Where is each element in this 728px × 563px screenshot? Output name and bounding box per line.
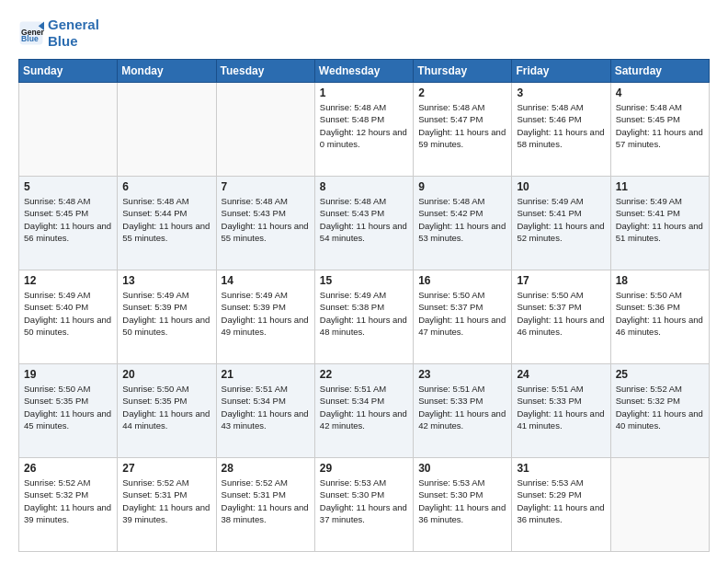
cell-info: Sunrise: 5:49 AMSunset: 5:39 PMDaylight:… [222, 290, 309, 337]
cell-info: Sunrise: 5:53 AMSunset: 5:29 PMDaylight:… [517, 477, 604, 524]
svg-text:Blue: Blue [21, 34, 39, 43]
day-number: 6 [122, 180, 210, 193]
day-number: 30 [418, 462, 506, 475]
cell-info: Sunrise: 5:51 AMSunset: 5:34 PMDaylight:… [222, 384, 309, 431]
calendar-cell: 10Sunrise: 5:49 AMSunset: 5:41 PMDayligh… [512, 177, 610, 270]
cell-info: Sunrise: 5:49 AMSunset: 5:41 PMDaylight:… [517, 196, 604, 243]
cell-info: Sunrise: 5:51 AMSunset: 5:33 PMDaylight:… [517, 384, 604, 431]
cell-info: Sunrise: 5:52 AMSunset: 5:32 PMDaylight:… [24, 477, 111, 524]
cell-info: Sunrise: 5:48 AMSunset: 5:42 PMDaylight:… [418, 196, 506, 243]
cell-info: Sunrise: 5:48 AMSunset: 5:43 PMDaylight:… [222, 196, 309, 243]
logo: General Blue General Blue [18, 17, 99, 50]
weekday-header-monday: Monday [118, 60, 216, 83]
weekday-header-tuesday: Tuesday [216, 60, 314, 83]
cell-info: Sunrise: 5:49 AMSunset: 5:38 PMDaylight:… [320, 290, 407, 337]
calendar-week-row: 5Sunrise: 5:48 AMSunset: 5:45 PMDaylight… [19, 177, 710, 270]
day-number: 20 [122, 368, 210, 381]
calendar-cell: 22Sunrise: 5:51 AMSunset: 5:34 PMDayligh… [314, 364, 413, 458]
calendar-cell: 1Sunrise: 5:48 AMSunset: 5:48 PMDaylight… [314, 83, 413, 177]
cell-info: Sunrise: 5:49 AMSunset: 5:39 PMDaylight:… [122, 290, 210, 337]
cell-info: Sunrise: 5:52 AMSunset: 5:31 PMDaylight:… [122, 477, 210, 524]
cell-info: Sunrise: 5:52 AMSunset: 5:31 PMDaylight:… [222, 477, 309, 524]
calendar-cell: 19Sunrise: 5:50 AMSunset: 5:35 PMDayligh… [19, 364, 118, 458]
calendar-cell: 30Sunrise: 5:53 AMSunset: 5:30 PMDayligh… [414, 458, 512, 552]
calendar-cell [610, 458, 709, 552]
calendar-cell: 26Sunrise: 5:52 AMSunset: 5:32 PMDayligh… [19, 458, 118, 552]
weekday-header-friday: Friday [512, 60, 610, 83]
day-number: 2 [418, 86, 506, 99]
day-number: 17 [517, 274, 605, 287]
calendar-week-row: 19Sunrise: 5:50 AMSunset: 5:35 PMDayligh… [19, 364, 710, 458]
calendar-cell: 2Sunrise: 5:48 AMSunset: 5:47 PMDaylight… [414, 83, 512, 177]
calendar-cell: 18Sunrise: 5:50 AMSunset: 5:36 PMDayligh… [610, 270, 709, 364]
cell-info: Sunrise: 5:50 AMSunset: 5:35 PMDaylight:… [24, 384, 111, 431]
weekday-header-saturday: Saturday [610, 60, 709, 83]
day-number: 25 [616, 368, 704, 381]
day-number: 4 [616, 86, 704, 99]
weekday-header-thursday: Thursday [414, 60, 512, 83]
day-number: 8 [320, 180, 408, 193]
calendar-cell: 8Sunrise: 5:48 AMSunset: 5:43 PMDaylight… [314, 177, 413, 270]
calendar-cell: 6Sunrise: 5:48 AMSunset: 5:44 PMDaylight… [118, 177, 216, 270]
day-number: 26 [24, 462, 112, 475]
day-number: 22 [320, 368, 408, 381]
calendar-week-row: 12Sunrise: 5:49 AMSunset: 5:40 PMDayligh… [19, 270, 710, 364]
calendar-cell: 14Sunrise: 5:49 AMSunset: 5:39 PMDayligh… [216, 270, 314, 364]
day-number: 7 [222, 180, 310, 193]
day-number: 14 [222, 274, 310, 287]
cell-info: Sunrise: 5:48 AMSunset: 5:45 PMDaylight:… [616, 102, 703, 149]
calendar-cell: 20Sunrise: 5:50 AMSunset: 5:35 PMDayligh… [118, 364, 216, 458]
calendar-cell: 24Sunrise: 5:51 AMSunset: 5:33 PMDayligh… [512, 364, 610, 458]
day-number: 28 [222, 462, 310, 475]
cell-info: Sunrise: 5:50 AMSunset: 5:35 PMDaylight:… [122, 384, 210, 431]
page: General Blue General Blue SundayMondayTu… [0, 0, 728, 563]
calendar-cell: 28Sunrise: 5:52 AMSunset: 5:31 PMDayligh… [216, 458, 314, 552]
weekday-header-sunday: Sunday [19, 60, 118, 83]
cell-info: Sunrise: 5:49 AMSunset: 5:41 PMDaylight:… [616, 196, 703, 243]
calendar-cell: 27Sunrise: 5:52 AMSunset: 5:31 PMDayligh… [118, 458, 216, 552]
day-number: 24 [517, 368, 605, 381]
calendar-cell: 17Sunrise: 5:50 AMSunset: 5:37 PMDayligh… [512, 270, 610, 364]
calendar-cell: 11Sunrise: 5:49 AMSunset: 5:41 PMDayligh… [610, 177, 709, 270]
cell-info: Sunrise: 5:48 AMSunset: 5:45 PMDaylight:… [24, 196, 111, 243]
day-number: 13 [122, 274, 210, 287]
day-number: 9 [418, 180, 506, 193]
cell-info: Sunrise: 5:49 AMSunset: 5:40 PMDaylight:… [24, 290, 111, 337]
calendar-cell: 13Sunrise: 5:49 AMSunset: 5:39 PMDayligh… [118, 270, 216, 364]
day-number: 29 [320, 462, 408, 475]
header: General Blue General Blue [18, 17, 710, 50]
day-number: 27 [122, 462, 210, 475]
cell-info: Sunrise: 5:51 AMSunset: 5:34 PMDaylight:… [320, 384, 407, 431]
calendar-cell [19, 83, 118, 177]
cell-info: Sunrise: 5:48 AMSunset: 5:48 PMDaylight:… [320, 102, 407, 149]
cell-info: Sunrise: 5:48 AMSunset: 5:44 PMDaylight:… [122, 196, 210, 243]
calendar-cell: 7Sunrise: 5:48 AMSunset: 5:43 PMDaylight… [216, 177, 314, 270]
calendar-cell: 5Sunrise: 5:48 AMSunset: 5:45 PMDaylight… [19, 177, 118, 270]
weekday-header-wednesday: Wednesday [314, 60, 413, 83]
cell-info: Sunrise: 5:48 AMSunset: 5:43 PMDaylight:… [320, 196, 407, 243]
calendar-cell: 15Sunrise: 5:49 AMSunset: 5:38 PMDayligh… [314, 270, 413, 364]
day-number: 1 [320, 86, 408, 99]
calendar-table: SundayMondayTuesdayWednesdayThursdayFrid… [18, 59, 710, 552]
calendar-header-row: SundayMondayTuesdayWednesdayThursdayFrid… [19, 60, 710, 83]
calendar-cell: 31Sunrise: 5:53 AMSunset: 5:29 PMDayligh… [512, 458, 610, 552]
calendar-week-row: 26Sunrise: 5:52 AMSunset: 5:32 PMDayligh… [19, 458, 710, 552]
logo-wordmark: General Blue [48, 17, 99, 50]
calendar-week-row: 1Sunrise: 5:48 AMSunset: 5:48 PMDaylight… [19, 83, 710, 177]
cell-info: Sunrise: 5:51 AMSunset: 5:33 PMDaylight:… [418, 384, 506, 431]
calendar-cell: 21Sunrise: 5:51 AMSunset: 5:34 PMDayligh… [216, 364, 314, 458]
day-number: 16 [418, 274, 506, 287]
calendar-cell: 25Sunrise: 5:52 AMSunset: 5:32 PMDayligh… [610, 364, 709, 458]
cell-info: Sunrise: 5:52 AMSunset: 5:32 PMDaylight:… [616, 384, 703, 431]
day-number: 5 [24, 180, 112, 193]
cell-info: Sunrise: 5:50 AMSunset: 5:37 PMDaylight:… [418, 290, 506, 337]
cell-info: Sunrise: 5:53 AMSunset: 5:30 PMDaylight:… [418, 477, 506, 524]
calendar-cell: 23Sunrise: 5:51 AMSunset: 5:33 PMDayligh… [414, 364, 512, 458]
cell-info: Sunrise: 5:48 AMSunset: 5:47 PMDaylight:… [418, 102, 506, 149]
day-number: 10 [517, 180, 605, 193]
cell-info: Sunrise: 5:50 AMSunset: 5:36 PMDaylight:… [616, 290, 703, 337]
calendar-cell: 16Sunrise: 5:50 AMSunset: 5:37 PMDayligh… [414, 270, 512, 364]
day-number: 11 [616, 180, 704, 193]
calendar-cell: 12Sunrise: 5:49 AMSunset: 5:40 PMDayligh… [19, 270, 118, 364]
cell-info: Sunrise: 5:50 AMSunset: 5:37 PMDaylight:… [517, 290, 604, 337]
